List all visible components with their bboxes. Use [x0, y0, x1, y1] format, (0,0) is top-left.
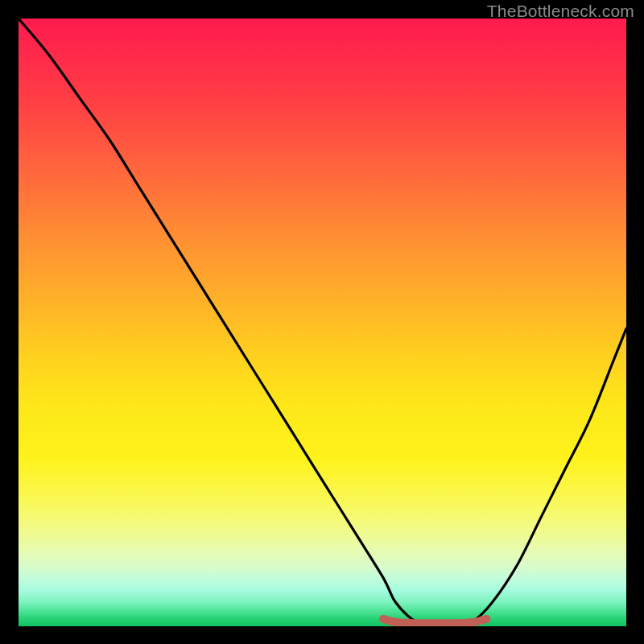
curve-layer — [19, 19, 626, 626]
flat-accent-segment — [383, 619, 486, 623]
plot-area — [19, 19, 626, 626]
chart-root: TheBottleneck.com — [0, 0, 644, 644]
main-curve — [19, 19, 626, 626]
watermark-text: TheBottleneck.com — [487, 2, 634, 21]
